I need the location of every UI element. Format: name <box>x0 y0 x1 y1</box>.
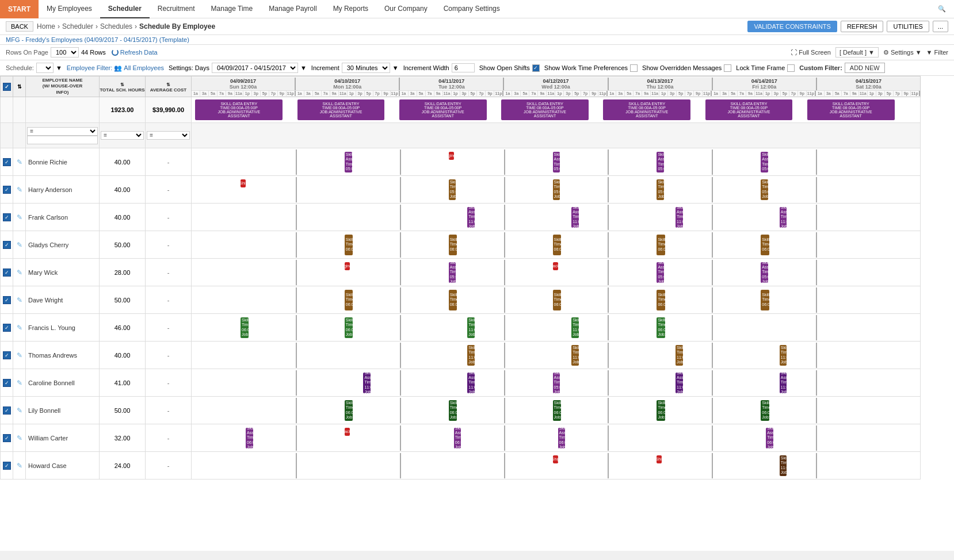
shift-block[interactable]: Skill:Packaging AssemblyTime:08:00a-05:0… <box>761 152 768 172</box>
row-edit[interactable]: ✎ <box>13 204 26 231</box>
shift-block[interactable]: Skill:ShippingTime:08:00a-06:00p <box>449 290 457 310</box>
select-all-checkbox[interactable] <box>3 83 11 91</box>
schedule-cell[interactable]: Skill:ShippingTime:08:00a-06:00pSkill:Sh… <box>192 231 921 259</box>
fullscreen-button[interactable]: ⛶ Full Screen <box>791 49 831 56</box>
shift-block[interactable]: Skill:ShippingTime:08:00a-06:00p <box>553 290 561 310</box>
shift-block[interactable]: Skill:Packaging AssemblyTime:03:00p-11:0… <box>363 373 371 393</box>
row-checkbox[interactable]: ✓ <box>1 286 13 314</box>
shift-block[interactable]: Skill:Packaging AssemblyTime:03:00p-11:0… <box>467 207 475 228</box>
row-checkbox[interactable]: ✓ <box>1 452 13 480</box>
th-hours[interactable]: ⇅ TOTAL SCH. HOURS <box>100 76 146 97</box>
shift-block[interactable]: Skill:ForkliftTime:08:00a-06:00pJob: <box>657 400 665 421</box>
open-shifts-checkbox[interactable]: ✓ <box>532 64 540 72</box>
shift-block[interactable]: Skill:ForkliftTime:08:00a-06:00pJob: <box>449 400 457 421</box>
edit-icon[interactable]: ✎ <box>17 434 22 442</box>
work-time-checkbox[interactable] <box>630 64 638 72</box>
refresh-data-button[interactable]: Refresh Data <box>112 49 158 56</box>
name-filter-select[interactable]: = <box>27 127 98 136</box>
row-check-box[interactable]: ✓ <box>3 241 11 249</box>
increment-width-input[interactable] <box>452 63 475 72</box>
row-checkbox[interactable]: ✓ <box>1 231 13 259</box>
date-range-select[interactable]: 04/09/2017 - 04/15/2017 <box>212 63 298 73</box>
nav-tab-company-settings[interactable]: Company Settings <box>436 0 508 18</box>
cost-filter-select[interactable]: = <box>147 131 190 140</box>
schedule-cell[interactable]: Skill:ForkliftTime:08:00a-06:00pJob:Skil… <box>192 314 921 342</box>
row-checkbox[interactable]: ✓ <box>1 369 13 397</box>
hours-filter-select[interactable]: = <box>101 131 144 140</box>
shift-block[interactable]: Skill:ShippingTime:08:00a-05:00pJob: <box>553 179 560 200</box>
shift-block[interactable]: Skill:Packaging AssemblyTime:10:00a-06:0… <box>766 428 773 448</box>
breadcrumb-home[interactable]: Home <box>37 22 55 30</box>
row-edit[interactable]: ✎ <box>13 452 26 480</box>
nav-tab-recruitment[interactable]: Recruitment <box>150 0 203 18</box>
shift-block[interactable]: Skill:ShippingTime:03:00p-11:00pJob: <box>780 455 787 476</box>
shift-block[interactable]: Skill:Packaging Assembly <box>345 262 350 270</box>
row-check-box[interactable]: ✓ <box>3 324 11 332</box>
row-edit[interactable]: ✎ <box>13 286 26 314</box>
edit-icon[interactable]: ✎ <box>17 213 22 221</box>
filter-button[interactable]: ▼ Filter <box>926 49 948 56</box>
shift-block[interactable]: Skill:Packaging AssemblyTime:10:00a-06:0… <box>246 428 253 448</box>
row-edit[interactable]: ✎ <box>13 148 26 176</box>
utilities-button[interactable]: UTILITIES <box>887 21 929 32</box>
row-checkbox[interactable]: ✓ <box>1 342 13 369</box>
add-new-button[interactable]: ADD NEW <box>845 63 885 73</box>
schedule-cell[interactable]: Skill:ShippingSkill:ShippingSkill:Shippi… <box>192 452 921 480</box>
shift-block[interactable]: Skill:ShippingTime:08:00a-06:00p <box>657 235 665 255</box>
row-edit[interactable]: ✎ <box>13 342 26 369</box>
shift-block[interactable]: Skill:Packaging Assembly <box>449 152 454 160</box>
row-check-box[interactable]: ✓ <box>3 406 11 415</box>
edit-icon[interactable]: ✎ <box>17 241 22 249</box>
row-edit[interactable]: ✎ <box>13 231 26 259</box>
shift-block[interactable]: Skill:Packaging <box>553 262 558 270</box>
schedule-cell[interactable]: Skill:ForkliftTime:08:00a-06:00pJob:Skil… <box>192 397 921 424</box>
shift-block[interactable]: Skill:Packaging AssemblyTime:03:00p-11:0… <box>676 207 683 228</box>
shift-block[interactable]: Skill:Packaging AssemblyTime:08:00a-05:0… <box>657 152 664 172</box>
row-checkbox[interactable]: ✓ <box>1 314 13 342</box>
shift-block[interactable]: Skill:Packaging AssemblyTime:03:00p-11:0… <box>571 207 579 228</box>
scheduler-table-wrapper[interactable]: ⇅ EMPLOYEE NAME(W/ MOUSE-OVERINFO) ⇅ TOT… <box>0 76 954 551</box>
row-edit[interactable]: ✎ <box>13 397 26 424</box>
nav-tab-our-company[interactable]: Our Company <box>376 0 436 18</box>
increment-select[interactable]: 30 Minutes <box>342 63 390 73</box>
row-check-box[interactable]: ✓ <box>3 462 11 470</box>
template-shift-tue[interactable]: SKILL:DATA ENTRYTIME:08:00A-05:00PJOB:AD… <box>399 99 487 120</box>
schedule-cell[interactable]: Skill:Packaging AssemblyTime:10:00a-06:0… <box>192 424 921 452</box>
shift-block[interactable]: Skill:ShippingTime:08:00a-06:00p <box>345 235 353 255</box>
edit-icon[interactable]: ✎ <box>17 158 22 166</box>
row-check-box[interactable]: ✓ <box>3 296 11 304</box>
settings-button[interactable]: ⚙ Settings ▼ <box>883 49 922 56</box>
more-options-button[interactable]: ... <box>933 21 948 32</box>
row-checkbox[interactable]: ✓ <box>1 259 13 286</box>
shift-block[interactable]: Skill:ShippingTime:08:00a-06:00p <box>553 235 561 255</box>
breadcrumb-schedules[interactable]: Schedules <box>100 22 132 30</box>
row-checkbox[interactable]: ✓ <box>1 424 13 452</box>
shift-block[interactable]: Skill:Packaging AssemblyTime:08:00a-05:0… <box>657 262 664 283</box>
shift-block[interactable]: Skill:ShippingTime:08:00a-06:00p <box>449 235 457 255</box>
shift-block[interactable]: Skill:ForkliftTime:08:00a-06:00pJob: <box>345 400 353 421</box>
shift-block[interactable]: Skill:Packaging AssemblyTime:03:00p-11:0… <box>780 207 787 228</box>
template-shift-thu[interactable]: SKILL:DATA ENTRYTIME:08:00A-05:00PJOB:AD… <box>603 99 690 120</box>
row-check-box[interactable]: ✓ <box>3 186 11 194</box>
edit-icon[interactable]: ✎ <box>17 462 22 470</box>
schedule-cell[interactable]: Skill:ShippingTime:03:00p-11:00pJob:Skil… <box>192 342 921 369</box>
breadcrumb-scheduler[interactable]: Scheduler <box>62 22 93 30</box>
shift-block[interactable]: Skill:ShippingTime:08:00a-05:00pJob: <box>761 179 768 200</box>
overridden-checkbox[interactable] <box>724 64 731 72</box>
shift-block[interactable]: Skill:Packaging AssemblyTime:08:00a-05:0… <box>449 262 456 283</box>
shift-block[interactable]: Skill:ShippingTime:08:00a-05:00pJob: <box>657 179 664 200</box>
name-filter-input[interactable] <box>27 136 98 144</box>
shift-block[interactable]: Skill:Packaging AssemblyTime:08:00a-05:0… <box>553 152 560 172</box>
lock-time-checkbox[interactable] <box>787 64 795 72</box>
shift-block[interactable]: Skill:ShippingTime:08:00a-06:00p <box>345 290 353 310</box>
edit-icon[interactable]: ✎ <box>17 406 22 415</box>
back-button[interactable]: BACK <box>6 21 33 32</box>
row-check-box[interactable]: ✓ <box>3 158 11 166</box>
shift-block[interactable]: Skill:ForkliftTime:08:00a-06:00pJob: <box>761 400 769 421</box>
nav-tab-scheduler[interactable]: Scheduler <box>100 0 150 18</box>
schedule-cell[interactable]: Skill:Packaging AssemblySkill:Packaging … <box>192 259 921 286</box>
edit-icon[interactable]: ✎ <box>17 296 22 304</box>
row-checkbox[interactable]: ✓ <box>1 176 13 204</box>
shift-block[interactable]: Skill:ForkliftTime:08:00a-06:00pJob: <box>345 317 353 338</box>
shift-block[interactable]: Skill:ShippingTime:08:00a-05:00pJob: <box>449 179 456 200</box>
